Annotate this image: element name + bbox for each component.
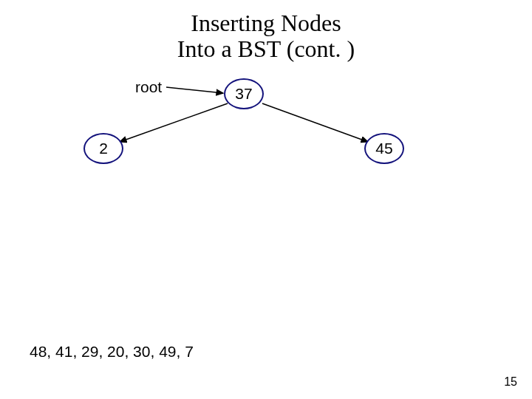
bst-diagram: root 37 2 45 [0, 74, 532, 296]
title-line-2: Into a BST (cont. ) [177, 35, 355, 62]
edge-root-left [120, 103, 228, 142]
title-line-1: Inserting Nodes [191, 10, 341, 36]
page-title: Inserting Nodes Into a BST (cont. ) [0, 10, 532, 62]
node-root-value: 37 [235, 85, 252, 103]
root-label: root [135, 78, 162, 96]
node-left: 2 [83, 133, 123, 164]
node-right-value: 45 [375, 140, 392, 157]
edge-root-right [262, 103, 368, 142]
node-left-value: 2 [99, 140, 108, 157]
node-root: 37 [224, 78, 264, 109]
remaining-sequence: 48, 41, 29, 20, 30, 49, 7 [30, 343, 194, 361]
page-number: 15 [504, 375, 517, 389]
node-right: 45 [364, 133, 404, 164]
root-pointer [166, 87, 223, 93]
edges [0, 74, 532, 296]
